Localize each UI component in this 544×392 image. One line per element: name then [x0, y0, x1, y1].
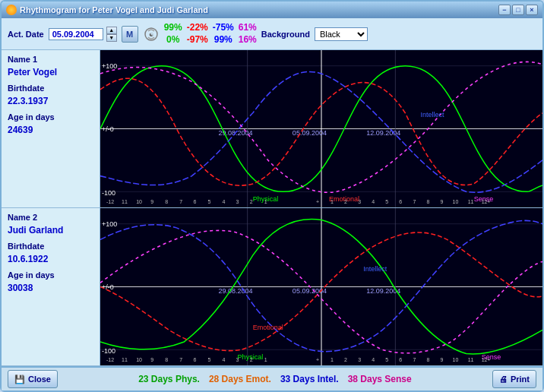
- svg-text:12.09.2004: 12.09.2004: [366, 287, 400, 295]
- app-icon: [6, 5, 17, 15]
- bg-select[interactable]: Black White Blue: [315, 27, 368, 41]
- window-title: Rhythmogram for Peter Vogel and Judi Gar…: [20, 5, 208, 14]
- svg-text:4: 4: [223, 199, 226, 205]
- pct-physical: 99% 0%: [164, 22, 182, 46]
- svg-text:+/-0: +/-0: [102, 283, 114, 290]
- svg-text:1: 1: [331, 357, 334, 363]
- svg-text:-12: -12: [106, 357, 114, 363]
- svg-text:8: 8: [165, 357, 168, 363]
- pct1-bot: 0%: [166, 34, 179, 46]
- date-spinner: ▲ ▼: [106, 27, 117, 42]
- person2-birthdate: 10.6.1922: [8, 254, 93, 264]
- svg-text:2: 2: [344, 357, 347, 363]
- svg-text:Intellect: Intellect: [420, 111, 444, 119]
- svg-text:9: 9: [441, 357, 444, 363]
- chart1-svg: 29.08.2004 05.09.2004 12.09.2004 +100 +/…: [100, 50, 542, 207]
- print-button[interactable]: 🖨 Print: [492, 370, 536, 388]
- svg-text:29.08.2004: 29.08.2004: [219, 287, 253, 295]
- svg-text:11: 11: [122, 199, 128, 205]
- act-date-label: Act. Date: [8, 30, 44, 39]
- svg-text:11: 11: [468, 199, 474, 205]
- svg-text:8: 8: [426, 357, 429, 363]
- date-up-button[interactable]: ▲: [106, 27, 117, 34]
- svg-text:5: 5: [207, 357, 210, 363]
- pct1-top: 99%: [164, 22, 182, 34]
- close-icon: 💾: [14, 375, 25, 384]
- print-icon: 🖨: [499, 375, 508, 384]
- chart1: 29.08.2004 05.09.2004 12.09.2004 +100 +/…: [100, 50, 542, 207]
- title-bar: Rhythmogram for Peter Vogel and Judi Gar…: [2, 2, 542, 18]
- svg-text:1: 1: [331, 199, 334, 205]
- svg-text:9: 9: [150, 199, 153, 205]
- print-btn-label: Print: [511, 375, 530, 384]
- person1-name: Peter Vogel: [8, 67, 93, 77]
- person1-info: Name 1 Peter Vogel Birthdate 22.3.1937 A…: [2, 50, 100, 207]
- date-input[interactable]: [49, 28, 103, 40]
- stat-phys: 23 Days Phys.: [138, 374, 200, 384]
- title-bar-left: Rhythmogram for Peter Vogel and Judi Gar…: [6, 5, 208, 15]
- svg-text:11: 11: [122, 357, 128, 363]
- close-btn-label: Close: [28, 375, 51, 384]
- svg-text:11: 11: [468, 357, 474, 363]
- svg-text:6: 6: [399, 357, 402, 363]
- bg-label: Background: [261, 30, 310, 39]
- svg-text:10: 10: [453, 357, 459, 363]
- svg-text:+100: +100: [102, 220, 117, 228]
- stat-sense: 38 Days Sense: [348, 374, 412, 384]
- svg-text:6: 6: [193, 199, 196, 205]
- close-window-button[interactable]: ×: [526, 5, 538, 15]
- svg-text:5: 5: [207, 199, 210, 205]
- svg-text:05.09.2004: 05.09.2004: [293, 129, 327, 137]
- main-window: Rhythmogram for Peter Vogel and Judi Gar…: [0, 0, 544, 392]
- person2-info: Name 2 Judi Garland Birthdate 10.6.1922 …: [2, 208, 100, 365]
- svg-text:☯: ☯: [149, 32, 153, 37]
- minimize-button[interactable]: −: [498, 5, 511, 15]
- date-down-button[interactable]: ▼: [106, 34, 117, 42]
- main-content: Name 1 Peter Vogel Birthdate 22.3.1937 A…: [2, 50, 542, 366]
- pct4-top: 61%: [239, 22, 257, 34]
- pct3-top: -75%: [213, 22, 234, 34]
- svg-text:+: +: [316, 357, 319, 363]
- svg-text:3: 3: [236, 357, 239, 363]
- person2-birthdate-label: Birthdate: [8, 242, 93, 251]
- svg-text:2: 2: [344, 199, 347, 205]
- chart2-svg: 29.08.2004 05.09.2004 12.09.2004 +100 +/…: [100, 208, 542, 365]
- svg-text:9: 9: [150, 357, 153, 363]
- svg-text:5: 5: [385, 199, 388, 205]
- svg-text:3: 3: [358, 357, 361, 363]
- pct4-bot: 16%: [239, 34, 257, 46]
- svg-text:7: 7: [179, 199, 182, 205]
- svg-text:12+: 12+: [482, 199, 491, 205]
- svg-text:3: 3: [358, 199, 361, 205]
- svg-text:7: 7: [413, 199, 416, 205]
- svg-text:10: 10: [136, 199, 142, 205]
- bottom-stats: 23 Days Phys. 28 Days Emot. 33 Days Inte…: [65, 374, 485, 384]
- svg-text:12.09.2004: 12.09.2004: [366, 129, 400, 137]
- person1-age: 24639: [8, 125, 93, 135]
- m-button[interactable]: M: [122, 26, 138, 43]
- chart2: 29.08.2004 05.09.2004 12.09.2004 +100 +/…: [100, 208, 542, 365]
- svg-text:6: 6: [399, 199, 402, 205]
- svg-text:1: 1: [264, 357, 267, 363]
- svg-text:7: 7: [413, 357, 416, 363]
- svg-text:+/-0: +/-0: [102, 125, 114, 132]
- pct-emotional: -22% -97%: [187, 22, 208, 46]
- person2-age: 30038: [8, 283, 93, 293]
- svg-text:1: 1: [264, 199, 267, 205]
- svg-text:-12: -12: [106, 199, 114, 205]
- cycle-icon: ☯: [143, 26, 160, 43]
- svg-text:Intellect: Intellect: [363, 265, 387, 273]
- stat-emot: 28 Days Emot.: [209, 374, 271, 384]
- toolbar: Act. Date ▲ ▼ M ☯ 99% 0% -22% -97% -75% …: [2, 18, 542, 50]
- maximize-button[interactable]: □: [512, 5, 524, 15]
- pct-intellect: -75% 99%: [213, 22, 234, 46]
- person1-age-label: Age in days: [8, 112, 93, 122]
- person1-birthdate: 22.3.1937: [8, 96, 93, 106]
- svg-text:5: 5: [385, 357, 388, 363]
- close-button[interactable]: 💾 Close: [8, 370, 58, 388]
- person2-name: Judi Garland: [8, 225, 93, 236]
- person2-name-label: Name 2: [8, 213, 93, 222]
- svg-text:8: 8: [426, 199, 429, 205]
- svg-text:10: 10: [136, 357, 142, 363]
- window-controls: − □ ×: [498, 5, 538, 15]
